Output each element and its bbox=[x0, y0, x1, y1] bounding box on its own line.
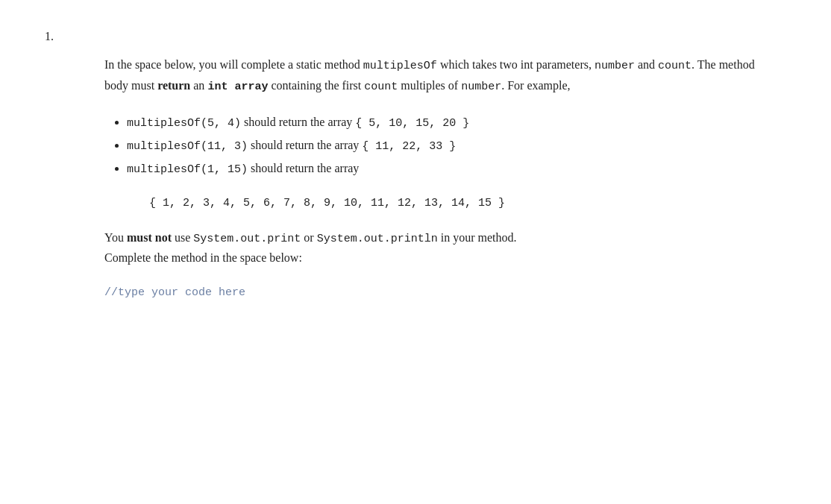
intro-text-4: an bbox=[190, 79, 207, 92]
continuation-array: { 1, 2, 3, 4, 5, 6, 7, 8, 9, 10, 11, 12,… bbox=[149, 193, 776, 213]
system-out-println: System.out.println bbox=[317, 233, 438, 245]
intro-text-2b: and bbox=[635, 58, 658, 71]
param2-inline: count bbox=[658, 60, 692, 72]
intro-text-2: which takes two int parameters, bbox=[437, 58, 595, 71]
intro-text-1: In the space below, you will complete a … bbox=[104, 58, 363, 71]
number-inline: number bbox=[461, 81, 501, 93]
intro-text-6: multiples of bbox=[398, 79, 461, 92]
bullet2-text: should return the array bbox=[248, 139, 362, 151]
bullet1-text: should return the array bbox=[241, 116, 355, 128]
must-not-text-1: You bbox=[104, 231, 127, 244]
code-comment: //type your code here bbox=[104, 286, 776, 299]
intro-text-5: containing the first bbox=[268, 79, 364, 92]
must-not-text-4: in your method. bbox=[438, 231, 517, 244]
list-item: multiplesOf(5, 4) should return the arra… bbox=[127, 112, 776, 133]
bullet3-code: multiplesOf(1, 15) bbox=[127, 163, 248, 176]
must-not-text-2: use bbox=[172, 231, 193, 244]
list-item: multiplesOf(11, 3) should return the arr… bbox=[127, 135, 776, 157]
complete-method-text: Complete the method in the space below: bbox=[104, 251, 302, 264]
count-inline: count bbox=[364, 81, 398, 93]
intro-text-7: . For example, bbox=[501, 79, 570, 92]
bullet2-code: multiplesOf(11, 3) bbox=[127, 140, 248, 153]
list-item: multiplesOf(1, 15) should return the arr… bbox=[127, 158, 776, 180]
bullet1-array: { 5, 10, 15, 20 } bbox=[355, 117, 469, 130]
param1-inline: number bbox=[595, 60, 635, 72]
intro-paragraph: In the space below, you will complete a … bbox=[104, 55, 776, 97]
int-array-inline: int array bbox=[207, 81, 268, 93]
examples-list: multiplesOf(5, 4) should return the arra… bbox=[127, 112, 776, 180]
method-name-inline: multiplesOf bbox=[363, 60, 437, 72]
system-out-print: System.out.print bbox=[193, 233, 301, 245]
bullet2-array: { 11, 22, 33 } bbox=[362, 140, 456, 153]
must-not-paragraph: You must not use System.out.print or Sys… bbox=[104, 228, 776, 268]
return-bold: return bbox=[157, 79, 190, 92]
bullet1-code: multiplesOf(5, 4) bbox=[127, 117, 241, 130]
must-not-bold: must not bbox=[127, 231, 172, 244]
question-number: 1. bbox=[45, 30, 786, 43]
bullet3-text: should return the array bbox=[248, 162, 359, 174]
must-not-text-3: or bbox=[301, 231, 316, 244]
